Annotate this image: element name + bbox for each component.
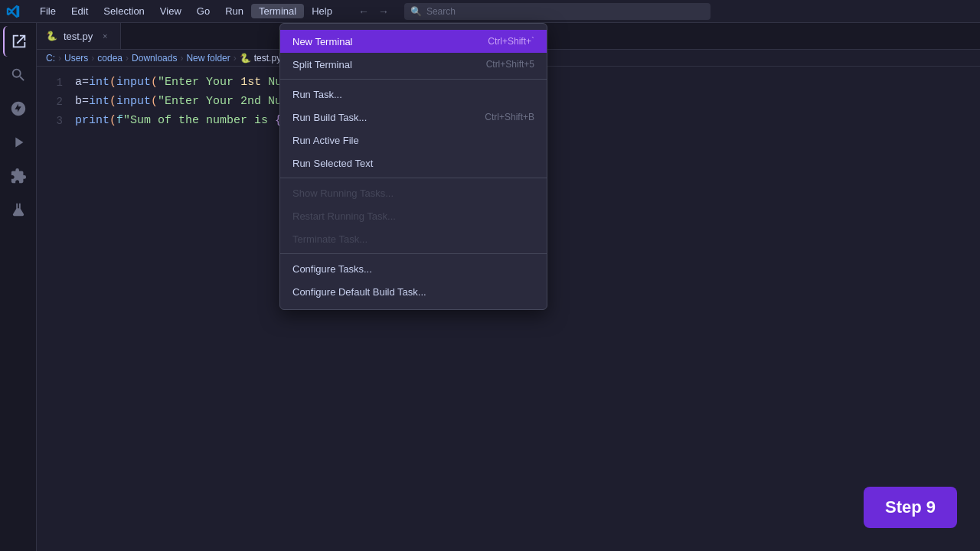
- breadcrumb-sep-2: ›: [91, 53, 94, 64]
- activity-flask-icon[interactable]: [3, 194, 34, 225]
- line-number-1: 1: [37, 77, 75, 89]
- breadcrumb-sep-4: ›: [180, 53, 183, 64]
- menu-configure-tasks[interactable]: Configure Tasks...: [280, 257, 547, 280]
- run-build-task-label: Run Build Task...: [292, 112, 367, 123]
- menu-selection[interactable]: Selection: [96, 4, 152, 18]
- activity-explorer-icon[interactable]: [3, 26, 34, 57]
- titlebar: File Edit Selection View Go Run Terminal…: [0, 0, 980, 23]
- split-terminal-shortcut: Ctrl+Shift+5: [486, 59, 534, 70]
- menu-terminal[interactable]: Terminal: [251, 4, 304, 18]
- menu-bar: File Edit Selection View Go Run Terminal…: [32, 4, 340, 18]
- menu-section-terminals: New Terminal Ctrl+Shift+` Split Terminal…: [280, 27, 547, 80]
- breadcrumb-file-name: test.py: [254, 53, 281, 64]
- restart-running-task-label: Restart Running Task...: [292, 210, 396, 222]
- menu-section-running: Show Running Tasks... Restart Running Ta…: [280, 178, 547, 254]
- run-task-label: Run Task...: [292, 89, 342, 100]
- menu-edit[interactable]: Edit: [64, 4, 96, 18]
- line-number-2: 2: [37, 96, 75, 108]
- breadcrumb-sep-5: ›: [234, 53, 237, 64]
- menu-view[interactable]: View: [152, 4, 189, 18]
- run-selected-text-label: Run Selected Text: [292, 158, 373, 169]
- menu-section-tasks: Run Task... Run Build Task... Ctrl+Shift…: [280, 80, 547, 178]
- line-number-3: 3: [37, 115, 75, 127]
- step-badge: Step 9: [864, 487, 957, 528]
- show-running-tasks-label: Show Running Tasks...: [292, 187, 394, 199]
- menu-terminate-task: Terminate Task...: [280, 227, 547, 250]
- terminal-dropdown-menu: New Terminal Ctrl+Shift+` Split Terminal…: [279, 23, 547, 310]
- tab-python-icon: 🐍: [46, 31, 57, 41]
- vscode-logo-icon: [6, 5, 20, 18]
- activity-bar: [0, 23, 37, 551]
- tab-filename: test.py: [64, 31, 93, 42]
- breadcrumb-sep-1: ›: [58, 53, 61, 64]
- breadcrumb-file: 🐍 test.py: [240, 53, 281, 64]
- new-terminal-label: New Terminal: [292, 36, 353, 47]
- breadcrumb-users[interactable]: Users: [64, 53, 88, 64]
- breadcrumb-downloads[interactable]: Downloads: [132, 53, 177, 64]
- menu-run-selected-text[interactable]: Run Selected Text: [280, 152, 547, 174]
- new-terminal-shortcut: Ctrl+Shift+`: [488, 36, 534, 47]
- search-icon: 🔍: [410, 6, 422, 17]
- menu-run-build-task[interactable]: Run Build Task... Ctrl+Shift+B: [280, 106, 547, 129]
- menu-run-task[interactable]: Run Task...: [280, 83, 547, 106]
- nav-forward-button[interactable]: →: [375, 3, 392, 20]
- menu-section-configure: Configure Tasks... Configure Default Bui…: [280, 254, 547, 306]
- menu-go[interactable]: Go: [189, 4, 217, 18]
- configure-tasks-label: Configure Tasks...: [292, 263, 372, 275]
- configure-default-build-task-label: Configure Default Build Task...: [292, 286, 426, 298]
- menu-help[interactable]: Help: [304, 4, 340, 18]
- breadcrumb-file-icon: 🐍: [240, 53, 251, 64]
- menu-run[interactable]: Run: [217, 4, 251, 18]
- activity-extensions-icon[interactable]: [3, 161, 34, 191]
- menu-split-terminal[interactable]: Split Terminal Ctrl+Shift+5: [280, 53, 547, 76]
- split-terminal-label: Split Terminal: [292, 59, 352, 70]
- menu-restart-running-task: Restart Running Task...: [280, 204, 547, 227]
- menu-new-terminal[interactable]: New Terminal Ctrl+Shift+`: [280, 30, 547, 53]
- menu-run-active-file[interactable]: Run Active File: [280, 129, 547, 152]
- activity-git-icon[interactable]: [3, 93, 34, 124]
- activity-run-icon[interactable]: [3, 127, 34, 158]
- activity-search-icon[interactable]: [3, 60, 34, 90]
- breadcrumb-sep-3: ›: [126, 53, 129, 64]
- menu-show-running-tasks: Show Running Tasks...: [280, 181, 547, 204]
- search-bar[interactable]: 🔍 Search: [404, 3, 710, 20]
- breadcrumb-newfolder[interactable]: New folder: [186, 53, 230, 64]
- terminate-task-label: Terminate Task...: [292, 233, 368, 245]
- nav-back-button[interactable]: ←: [355, 3, 372, 20]
- run-build-task-shortcut: Ctrl+Shift+B: [485, 112, 534, 122]
- tab-testpy[interactable]: 🐍 test.py ×: [37, 22, 121, 49]
- nav-arrows: ← →: [355, 3, 392, 20]
- breadcrumb-codea[interactable]: codea: [97, 53, 122, 64]
- search-placeholder: Search: [426, 6, 456, 17]
- tab-close-button[interactable]: ×: [99, 30, 111, 42]
- menu-configure-default-build-task[interactable]: Configure Default Build Task...: [280, 280, 547, 303]
- breadcrumb-c[interactable]: C:: [46, 53, 55, 64]
- menu-file[interactable]: File: [32, 4, 64, 18]
- run-active-file-label: Run Active File: [292, 135, 359, 146]
